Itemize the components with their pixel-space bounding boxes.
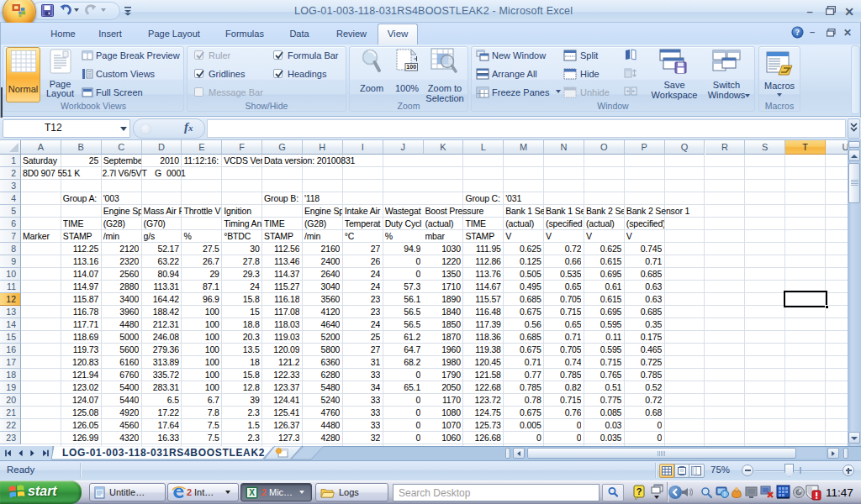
svg-text:X: X [249, 488, 255, 497]
svg-text:100: 100 [406, 64, 416, 70]
svg-text:?: ? [637, 486, 642, 496]
svg-text:?: ? [795, 28, 800, 37]
